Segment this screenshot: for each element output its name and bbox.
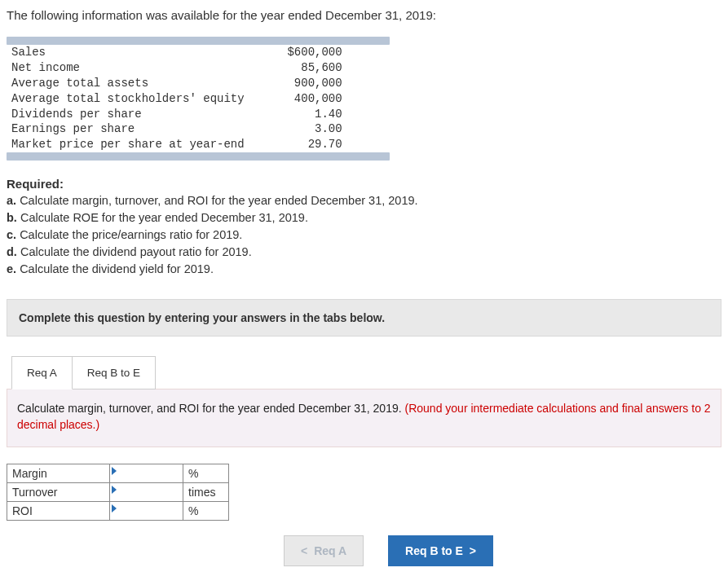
required-block: Required: a. Calculate margin, turnover,… (7, 177, 721, 278)
item-tag: a. (7, 194, 16, 207)
required-item: b. Calculate ROE for the year ended Dece… (7, 209, 721, 227)
table-row: Market price per share at year-end29.70 (7, 137, 347, 152)
tabs: Req A Req B to E (11, 356, 721, 389)
row-label: Dividends per share (7, 107, 249, 122)
instruction-bar: Complete this question by entering your … (7, 299, 721, 337)
caret-icon (112, 467, 117, 475)
required-item: c. Calculate the price/earnings ratio fo… (7, 227, 721, 244)
caret-icon (112, 504, 117, 513)
table-row: Dividends per share1.40 (7, 107, 347, 122)
row-value: 1.40 (249, 107, 347, 122)
row-label: Average total stockholders' equity (7, 91, 249, 107)
table-row: Earnings per share3.00 (7, 121, 347, 137)
table-row: Net income85,600 (7, 60, 347, 76)
row-value: 3.00 (249, 121, 347, 137)
table-row: Average total assets900,000 (7, 76, 347, 91)
required-item: d. Calculate the dividend payout ratio f… (7, 244, 721, 261)
item-tag: b. (7, 211, 17, 224)
item-text: Calculate margin, turnover, and ROI for … (20, 194, 417, 207)
item-tag: d. (7, 245, 17, 258)
row-value: 900,000 (249, 76, 347, 91)
tab-req-a[interactable]: Req A (11, 356, 73, 389)
row-value: 85,600 (249, 60, 347, 76)
row-value: 29.70 (249, 137, 347, 152)
table-row: Sales$600,000 (7, 45, 347, 60)
margin-input[interactable] (110, 464, 183, 482)
item-text: Calculate the dividend yield for 2019. (20, 262, 214, 275)
item-text: Calculate the dividend payout ratio for … (20, 245, 252, 258)
nav-row: < Req A Req B to E > (7, 535, 721, 566)
panel-text: Calculate margin, turnover, and ROI for … (17, 402, 405, 415)
answer-table: Margin % Turnover times ROI % (7, 464, 229, 521)
row-label: Sales (7, 45, 249, 60)
required-item: e. Calculate the dividend yield for 2019… (7, 261, 721, 278)
item-text: Calculate ROE for the year ended Decembe… (20, 211, 308, 224)
answer-row-roi: ROI % (7, 501, 229, 520)
answer-unit: times (183, 482, 229, 501)
prev-button: < Req A (284, 535, 364, 566)
answer-label: Turnover (7, 482, 110, 501)
row-label: Average total assets (7, 76, 249, 91)
item-tag: c. (7, 228, 16, 241)
table-row: Average total stockholders' equity400,00… (7, 91, 347, 107)
row-label: Earnings per share (7, 121, 249, 137)
answer-unit: % (183, 501, 229, 520)
intro-text: The following information was available … (7, 8, 721, 22)
item-text: Calculate the price/earnings ratio for 2… (20, 228, 242, 241)
answer-label: Margin (7, 464, 110, 482)
tab-req-b-to-e[interactable]: Req B to E (73, 356, 156, 389)
scrollbar-thumb[interactable] (7, 37, 390, 45)
scrollbar-top[interactable] (7, 37, 721, 45)
answer-row-margin: Margin % (7, 464, 229, 482)
answer-row-turnover: Turnover times (7, 482, 229, 501)
turnover-input[interactable] (110, 482, 183, 501)
next-button-label: Req B to E (405, 544, 463, 557)
scrollbar-thumb[interactable] (7, 152, 390, 161)
row-value: $600,000 (249, 45, 347, 60)
roi-input[interactable] (110, 501, 183, 520)
next-button[interactable]: Req B to E > (388, 535, 493, 566)
scrollbar-bottom[interactable] (7, 152, 721, 161)
item-tag: e. (7, 262, 16, 275)
prev-button-label: Req A (314, 544, 346, 557)
financial-data-block: Sales$600,000 Net income85,600 Average t… (7, 37, 721, 161)
financial-data-table: Sales$600,000 Net income85,600 Average t… (7, 45, 347, 152)
required-header: Required: (7, 177, 721, 191)
row-label: Net income (7, 60, 249, 76)
row-value: 400,000 (249, 91, 347, 107)
chevron-right-icon: > (470, 544, 476, 557)
chevron-left-icon: < (301, 544, 307, 557)
caret-icon (112, 486, 117, 494)
row-label: Market price per share at year-end (7, 137, 249, 152)
required-item: a. Calculate margin, turnover, and ROI f… (7, 192, 721, 209)
answer-label: ROI (7, 501, 110, 520)
tab-panel-req-a: Calculate margin, turnover, and ROI for … (7, 389, 721, 447)
answer-unit: % (183, 464, 229, 482)
